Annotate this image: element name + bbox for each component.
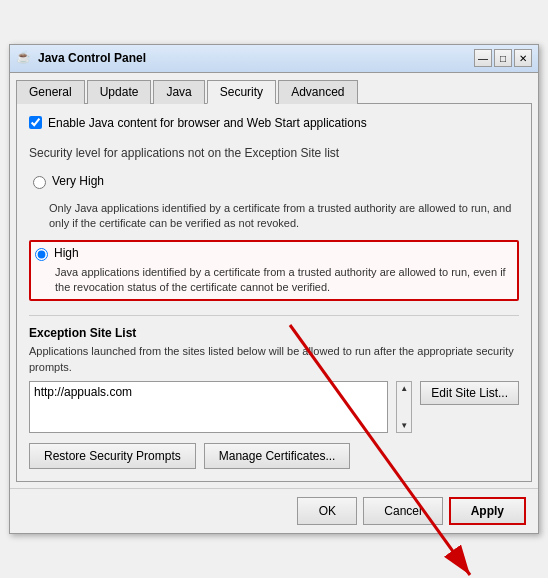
high-radio[interactable] [35,248,48,261]
tab-bar: General Update Java Security Advanced [10,73,538,103]
java-control-panel-window: ☕ Java Control Panel — □ ✕ General Updat… [9,44,539,534]
bottom-buttons: Restore Security Prompts Manage Certific… [29,443,519,469]
enable-java-row: Enable Java content for browser and Web … [29,116,519,130]
very-high-label: Very High [52,174,104,188]
footer-buttons: OK Cancel Apply [10,488,538,533]
maximize-button[interactable]: □ [494,49,512,67]
scroll-up-arrow[interactable]: ▲ [398,382,410,395]
java-icon: ☕ [16,50,32,66]
ok-button[interactable]: OK [297,497,357,525]
cancel-button[interactable]: Cancel [363,497,442,525]
tab-advanced[interactable]: Advanced [278,80,357,104]
high-label: High [54,246,79,260]
close-button[interactable]: ✕ [514,49,532,67]
exception-desc: Applications launched from the sites lis… [29,344,519,375]
apply-button[interactable]: Apply [449,497,526,525]
minimize-button[interactable]: — [474,49,492,67]
exception-listbox[interactable]: http://appuals.com [29,381,388,433]
tab-general[interactable]: General [16,80,85,104]
edit-site-list-button[interactable]: Edit Site List... [420,381,519,405]
scroll-down-arrow[interactable]: ▼ [398,419,410,432]
title-bar: ☕ Java Control Panel — □ ✕ [10,45,538,73]
security-level-title: Security level for applications not on t… [29,146,519,160]
title-buttons: — □ ✕ [474,49,532,67]
title-bar-left: ☕ Java Control Panel [16,50,146,66]
high-option-box: High Java applications identified by a c… [29,240,519,302]
exception-list-area: http://appuals.com ▲ ▼ Edit Site List... [29,381,519,433]
exception-title: Exception Site List [29,326,519,340]
tab-security[interactable]: Security [207,80,276,104]
very-high-desc: Only Java applications identified by a c… [49,201,519,232]
enable-java-checkbox[interactable] [29,116,42,129]
enable-java-label: Enable Java content for browser and Web … [48,116,367,130]
manage-certificates-button[interactable]: Manage Certificates... [204,443,351,469]
high-desc: Java applications identified by a certif… [55,265,513,296]
very-high-radio[interactable] [33,176,46,189]
security-tab-content: Enable Java content for browser and Web … [16,103,532,482]
tab-update[interactable]: Update [87,80,152,104]
very-high-option: Very High [29,170,519,193]
listbox-scrollbar[interactable]: ▲ ▼ [396,381,412,433]
tab-java[interactable]: Java [153,80,204,104]
restore-security-prompts-button[interactable]: Restore Security Prompts [29,443,196,469]
exception-section: Exception Site List Applications launche… [29,315,519,469]
high-option-row: High [35,246,513,261]
window-title: Java Control Panel [38,51,146,65]
exception-list-item: http://appuals.com [32,384,385,400]
